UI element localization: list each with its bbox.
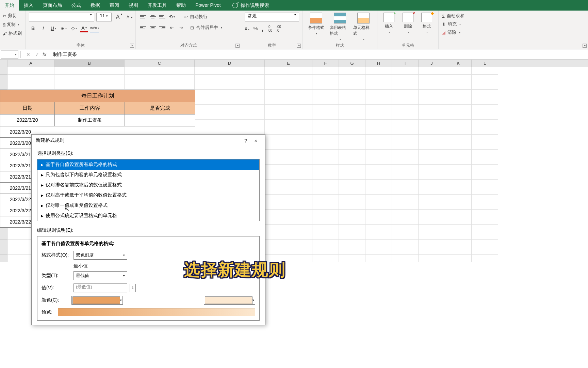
- cell[interactable]: [312, 165, 339, 172]
- cell[interactable]: [339, 232, 365, 240]
- cell[interactable]: [312, 172, 339, 180]
- cell[interactable]: [419, 142, 445, 150]
- cell[interactable]: [195, 90, 265, 97]
- row-header[interactable]: [0, 75, 7, 82]
- alignment-expand[interactable]: ⬊: [235, 44, 240, 48]
- cell[interactable]: [265, 247, 312, 255]
- cell[interactable]: [312, 105, 339, 112]
- font-color-button[interactable]: A▾: [80, 24, 88, 32]
- cell[interactable]: [312, 120, 339, 127]
- cell[interactable]: [339, 97, 365, 105]
- cell[interactable]: [419, 195, 445, 202]
- phonetic-button[interactable]: wén▾: [90, 24, 99, 32]
- cell[interactable]: [445, 97, 472, 105]
- cell[interactable]: [419, 165, 445, 172]
- tell-me-search[interactable]: 操作说明搜索: [232, 2, 269, 9]
- date-cell[interactable]: 2022/3/21: [0, 149, 34, 160]
- cell[interactable]: [392, 187, 419, 195]
- cell[interactable]: [265, 157, 312, 165]
- cell[interactable]: [339, 165, 365, 172]
- date-cell[interactable]: 2022/3/21: [0, 171, 34, 183]
- column-header[interactable]: E: [265, 60, 312, 67]
- clear-button[interactable]: ◢清除▾: [442, 28, 472, 36]
- cell[interactable]: [339, 202, 365, 210]
- cell[interactable]: [392, 90, 419, 97]
- cell[interactable]: [312, 195, 339, 202]
- cell[interactable]: [195, 105, 265, 112]
- cell[interactable]: [365, 165, 392, 172]
- align-bottom-button[interactable]: [158, 13, 166, 20]
- cell[interactable]: [419, 210, 445, 217]
- cell[interactable]: [419, 217, 445, 225]
- rule-type-item[interactable]: ▶基于各自值设置所有单元格的格式: [37, 159, 259, 170]
- cell[interactable]: [392, 82, 419, 90]
- cell[interactable]: [339, 90, 365, 97]
- tab-help[interactable]: 帮助: [172, 0, 191, 11]
- cell[interactable]: [365, 157, 392, 165]
- cell[interactable]: [392, 210, 419, 217]
- italic-button[interactable]: I: [39, 24, 47, 32]
- cell[interactable]: [445, 157, 472, 165]
- cell[interactable]: [392, 127, 419, 135]
- cell[interactable]: [339, 142, 365, 150]
- cell[interactable]: [392, 225, 419, 232]
- cell[interactable]: [312, 112, 339, 120]
- increase-decimal-button[interactable]: .0.00: [267, 25, 272, 32]
- date-cell[interactable]: 2022/3/21: [0, 160, 34, 171]
- cell[interactable]: [419, 105, 445, 112]
- min-value-input[interactable]: (最低值): [74, 283, 127, 292]
- cell[interactable]: [339, 112, 365, 120]
- increase-font-button[interactable]: A▴: [114, 13, 122, 21]
- content-cell[interactable]: 制作工资条: [55, 114, 125, 126]
- cell[interactable]: [195, 82, 265, 90]
- cell[interactable]: [419, 225, 445, 232]
- tab-data[interactable]: 数据: [86, 0, 105, 11]
- cell[interactable]: [312, 127, 339, 135]
- cell[interactable]: [419, 112, 445, 120]
- min-color-select[interactable]: ▾: [71, 296, 123, 305]
- indent-right-button[interactable]: ⇥: [177, 24, 185, 32]
- cell[interactable]: [392, 120, 419, 127]
- cell[interactable]: [265, 225, 312, 232]
- cell[interactable]: [445, 172, 472, 180]
- cell[interactable]: [419, 135, 445, 142]
- cell[interactable]: [445, 127, 472, 135]
- cell[interactable]: [195, 120, 265, 127]
- cell[interactable]: [195, 97, 265, 105]
- cell[interactable]: [265, 127, 312, 135]
- fill-color-button[interactable]: ◇▾: [70, 24, 78, 32]
- cell[interactable]: [365, 120, 392, 127]
- column-header[interactable]: D: [195, 60, 265, 67]
- cell[interactable]: [265, 217, 312, 225]
- cell[interactable]: [195, 75, 265, 82]
- cell[interactable]: [472, 142, 498, 150]
- cell[interactable]: [339, 135, 365, 142]
- cell[interactable]: [265, 232, 312, 240]
- cell[interactable]: [7, 67, 54, 75]
- cell[interactable]: [339, 210, 365, 217]
- cell[interactable]: [54, 82, 125, 90]
- cell[interactable]: [392, 232, 419, 240]
- cell[interactable]: [445, 195, 472, 202]
- cell[interactable]: [265, 180, 312, 187]
- cell[interactable]: [419, 202, 445, 210]
- cell[interactable]: [472, 165, 498, 172]
- cell[interactable]: [472, 105, 498, 112]
- cell[interactable]: [339, 127, 365, 135]
- cell[interactable]: [312, 97, 339, 105]
- cell[interactable]: [312, 150, 339, 157]
- column-header[interactable]: I: [392, 60, 419, 67]
- tab-formulas[interactable]: 公式: [67, 0, 86, 11]
- cell[interactable]: [365, 67, 392, 75]
- cell[interactable]: [265, 210, 312, 217]
- orientation-button[interactable]: ⟲▾: [168, 13, 176, 21]
- cell[interactable]: [195, 127, 265, 135]
- cell[interactable]: [54, 75, 125, 82]
- cell[interactable]: [365, 150, 392, 157]
- cell[interactable]: [472, 82, 498, 90]
- cell[interactable]: [392, 217, 419, 225]
- decrease-decimal-button[interactable]: .00.0: [276, 25, 281, 32]
- tab-review[interactable]: 审阅: [105, 0, 124, 11]
- row-header[interactable]: [0, 240, 7, 247]
- cell[interactable]: [265, 135, 312, 142]
